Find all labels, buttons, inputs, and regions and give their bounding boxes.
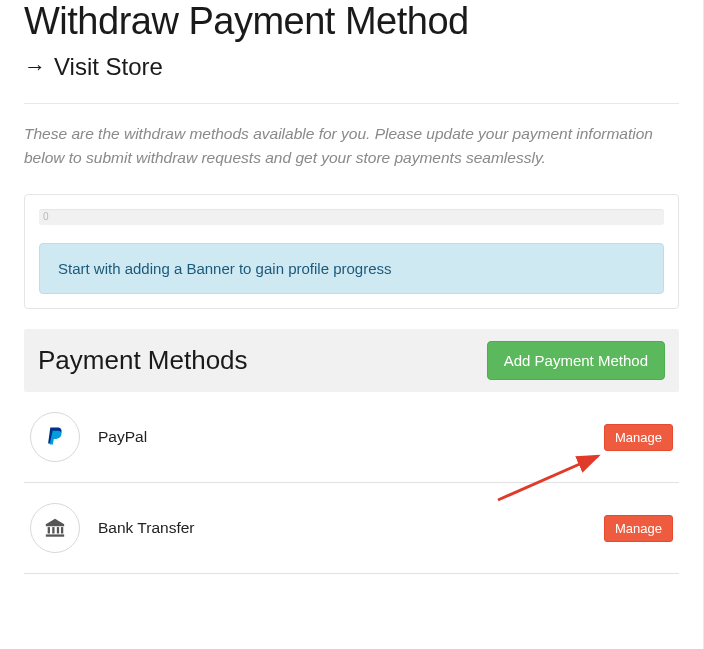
paypal-icon xyxy=(30,412,80,462)
svg-rect-3 xyxy=(61,527,63,533)
payment-method-name: Bank Transfer xyxy=(98,519,604,537)
profile-progress-bar: 0 xyxy=(39,209,664,225)
manage-button[interactable]: Manage xyxy=(604,424,673,451)
page-description: These are the withdraw methods available… xyxy=(24,122,679,170)
svg-rect-1 xyxy=(52,527,54,533)
profile-progress-card: 0 Start with adding a Banner to gain pro… xyxy=(24,194,679,309)
profile-progress-tip: Start with adding a Banner to gain profi… xyxy=(39,243,664,294)
payment-methods-title: Payment Methods xyxy=(38,345,248,376)
svg-rect-4 xyxy=(46,534,64,536)
svg-rect-2 xyxy=(57,527,59,533)
add-payment-method-button[interactable]: Add Payment Method xyxy=(487,341,665,380)
visit-store-link[interactable]: → Visit Store xyxy=(24,53,679,81)
page-title: Withdraw Payment Method xyxy=(24,0,679,43)
divider xyxy=(24,103,679,104)
payment-method-row: PayPal Manage xyxy=(24,392,679,483)
svg-rect-0 xyxy=(48,527,50,533)
payment-methods-header: Payment Methods Add Payment Method xyxy=(24,329,679,392)
bank-icon xyxy=(30,503,80,553)
manage-button[interactable]: Manage xyxy=(604,515,673,542)
payment-method-name: PayPal xyxy=(98,428,604,446)
payment-method-row: Bank Transfer Manage xyxy=(24,483,679,574)
arrow-right-icon: → xyxy=(24,54,46,80)
visit-store-label: Visit Store xyxy=(54,53,163,81)
